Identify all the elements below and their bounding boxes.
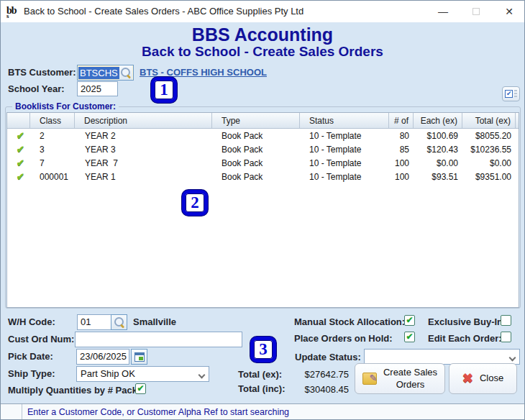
cell-each-ex: $0.00	[414, 158, 462, 168]
calendar-icon	[134, 352, 145, 362]
pick-date-input[interactable]: 23/06/2025	[76, 349, 129, 365]
annotation-3: 3	[250, 337, 276, 362]
cell-class: 7	[30, 158, 75, 168]
app-icon: bbs	[6, 4, 21, 19]
cell-each-ex: $120.43	[414, 145, 462, 155]
orders-on-hold-label: Place Orders on Hold:	[294, 333, 393, 344]
table-row[interactable]: ✔ 000001 YEAR 1 Book Pack 10 - Template …	[7, 170, 519, 183]
total-ex-value: $27642.75	[280, 369, 349, 380]
create-sales-orders-button[interactable]: Create Sales Orders	[355, 363, 445, 394]
pick-date-calendar-button[interactable]	[131, 349, 147, 365]
table-row[interactable]: ✔ 2 YEAR 2 Book Pack 10 - Template 80 $1…	[7, 129, 519, 142]
ship-type-label: Ship Type:	[8, 368, 55, 379]
cell-each-ex: $93.51	[414, 172, 462, 182]
cell-type: Book Pack	[212, 145, 300, 155]
window-title: Back to School - Create Sales Orders - A…	[24, 6, 303, 17]
wh-search-button[interactable]	[111, 314, 127, 330]
col-header-num-of[interactable]: # of	[389, 113, 414, 128]
row-check-icon: ✔	[17, 144, 24, 155]
cell-type: Book Pack	[212, 172, 300, 182]
column-options-button[interactable]	[502, 86, 520, 101]
list-lines-icon	[514, 90, 517, 98]
school-year-input[interactable]: 2025	[77, 81, 118, 96]
customer-search-button[interactable]	[119, 65, 132, 80]
total-inc-value: $30408.45	[280, 384, 349, 395]
cell-num-of: 80	[389, 131, 414, 141]
page-title: Back to School - Create Sales Orders	[1, 44, 524, 60]
close-button[interactable]: ✖ Close	[449, 363, 517, 394]
col-header-status-icon[interactable]	[7, 113, 30, 128]
orders-on-hold-checkbox[interactable]	[404, 332, 415, 342]
cell-description: YEAR 3	[75, 145, 212, 155]
minimize-button[interactable]: —	[426, 1, 460, 22]
cell-class: 3	[30, 145, 75, 155]
cell-status: 10 - Template	[300, 131, 389, 141]
checkbox-list-icon	[505, 90, 513, 98]
ship-type-select[interactable]: Part Ship OK	[76, 366, 209, 382]
bts-customer-input[interactable]: BTSCHS	[77, 65, 134, 81]
row-check-icon: ✔	[17, 171, 24, 182]
chevron-down-icon	[509, 355, 516, 362]
cell-class: 2	[30, 131, 75, 141]
bts-customer-label: BTS Customer:	[8, 67, 76, 78]
col-header-status[interactable]: Status	[300, 113, 389, 128]
row-check-icon: ✔	[17, 158, 24, 168]
row-check-icon: ✔	[17, 130, 24, 141]
manual-stock-label: Manual Stock Allocation:	[294, 316, 405, 327]
col-header-description[interactable]: Description	[75, 113, 212, 128]
status-message: Enter a Customer Code, or Customer Alpha…	[27, 407, 289, 417]
app-window: bbs Back to School - Create Sales Orders…	[0, 0, 525, 420]
multiply-packs-label: Multiply Quantities by # Packs:	[8, 385, 145, 396]
col-header-type[interactable]: Type	[212, 113, 300, 128]
chevron-down-icon	[198, 372, 206, 379]
cell-total-ex: $0.00	[462, 158, 516, 168]
search-icon	[113, 316, 125, 328]
table-row[interactable]: ✔ 3 YEAR 3 Book Pack 10 - Template 85 $1…	[7, 142, 519, 156]
minimize-icon: —	[438, 6, 448, 17]
create-sales-orders-label: Create Sales Orders	[383, 367, 438, 391]
total-ex-label: Total (ex):	[238, 369, 282, 380]
edit-each-order-checkbox[interactable]	[501, 332, 511, 342]
status-bar-cell	[1, 404, 22, 419]
cell-description: YEAR 7	[75, 158, 212, 168]
cust-ord-num-label: Cust Ord Num:	[8, 334, 74, 344]
update-status-select[interactable]	[364, 349, 520, 365]
maximize-button[interactable]	[460, 1, 493, 22]
close-icon: ✕	[505, 6, 513, 17]
cell-each-ex: $100.69	[414, 131, 462, 141]
col-header-total-ex[interactable]: Total (ex)	[462, 113, 516, 128]
cell-description: YEAR 2	[75, 131, 212, 141]
close-button-label: Close	[480, 373, 503, 384]
exclusive-buyin-label: Exclusive Buy-In:	[428, 316, 506, 327]
cell-description: YEAR 1	[75, 172, 212, 182]
table-row[interactable]: ✔ 7 YEAR 7 Book Pack 10 - Template 100 $…	[7, 156, 519, 170]
status-bar: Enter a Customer Code, or Customer Alpha…	[1, 403, 524, 419]
bts-customer-value: BTSCHS	[78, 67, 119, 79]
cust-ord-num-input[interactable]	[75, 332, 242, 347]
manual-stock-checkbox[interactable]	[404, 315, 415, 326]
maximize-icon	[472, 8, 480, 15]
cell-total-ex: $9351.00	[462, 172, 516, 182]
total-inc-label: Total (inc):	[238, 383, 285, 394]
wh-code-input[interactable]: 01	[77, 314, 111, 330]
edit-each-order-label: Edit Each Order:	[428, 333, 502, 344]
pick-date-label: Pick Date:	[8, 351, 53, 362]
booklists-table: Class Description Type Status # of Each …	[6, 112, 519, 308]
cell-num-of: 100	[389, 172, 414, 182]
col-header-class[interactable]: Class	[30, 113, 75, 128]
exclusive-buyin-checkbox[interactable]	[501, 315, 511, 326]
close-window-button[interactable]: ✕	[493, 1, 525, 22]
annotation-2: 2	[182, 190, 208, 216]
cell-type: Book Pack	[212, 158, 300, 168]
customer-link[interactable]: BTS - COFFS HIGH SCHOOL	[140, 67, 267, 78]
cell-total-ex: $8055.20	[462, 131, 516, 141]
multiply-packs-checkbox[interactable]	[135, 383, 146, 394]
update-status-label: Update Status:	[295, 352, 361, 362]
cell-num-of: 100	[389, 158, 414, 168]
col-header-each-ex[interactable]: Each (ex)	[414, 113, 462, 128]
cell-type: Book Pack	[212, 131, 300, 141]
cell-class: 000001	[30, 172, 75, 182]
wh-code-label: W/H Code:	[8, 316, 55, 327]
booklists-group-label: Booklists For Customer:	[12, 101, 119, 111]
create-order-icon	[362, 373, 377, 385]
